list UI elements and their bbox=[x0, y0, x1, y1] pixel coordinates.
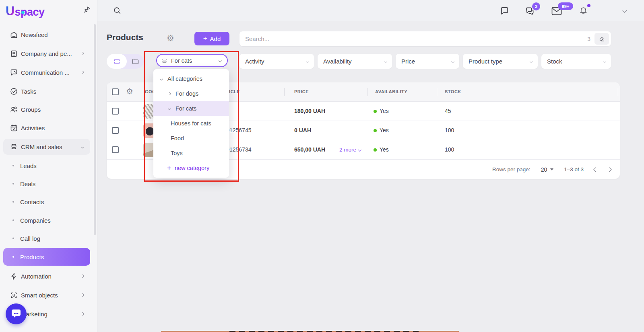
sidebar-item-label: Groups bbox=[21, 106, 41, 113]
stock-cell: 100 bbox=[445, 146, 454, 153]
chevron-down-icon bbox=[384, 59, 387, 63]
sidebar-item-contacts[interactable]: Contacts bbox=[0, 193, 97, 211]
availability-cell: Yes bbox=[380, 146, 389, 153]
menu-item-food[interactable]: Food bbox=[153, 131, 229, 146]
bullet-icon bbox=[12, 201, 14, 203]
filter-activity[interactable]: Activity bbox=[239, 54, 314, 69]
sidebar-item-label: Tasks bbox=[21, 88, 36, 95]
row-checkbox[interactable] bbox=[112, 108, 119, 115]
new-category-label: new category bbox=[175, 165, 209, 171]
filter-price[interactable]: Price bbox=[396, 54, 459, 69]
sidebar-item-leads[interactable]: Leads bbox=[0, 157, 97, 174]
pagination-range: 1–3 of 3 bbox=[564, 166, 584, 172]
menu-item-houses-for-cats[interactable]: Houses for cats bbox=[153, 116, 229, 131]
sidebar-item-call-log[interactable]: Call log bbox=[0, 230, 97, 247]
sidebar-item-automation[interactable]: Automation bbox=[0, 267, 97, 285]
select-all-checkbox[interactable] bbox=[112, 88, 119, 95]
table-settings-gear-icon[interactable]: ⚙ bbox=[126, 87, 133, 95]
sidebar-item-deals[interactable]: Deals bbox=[0, 175, 97, 193]
filter-stock[interactable]: Stock bbox=[541, 54, 611, 69]
menu-item-label: For cats bbox=[175, 105, 196, 112]
column-header-price[interactable]: PRICE bbox=[294, 89, 309, 94]
bullet-icon bbox=[12, 219, 14, 221]
chevron-down-icon bbox=[168, 107, 171, 110]
filter-product-type[interactable]: Product type bbox=[463, 54, 538, 69]
search-icon[interactable] bbox=[113, 6, 122, 16]
sidebar-subitem-label: Deals bbox=[20, 180, 35, 187]
plus-icon: + bbox=[167, 164, 171, 172]
chevron-down-icon bbox=[160, 77, 163, 80]
support-chat-launcher[interactable] bbox=[6, 303, 27, 324]
sidebar-item-smart-objects[interactable]: Smart objects bbox=[0, 286, 97, 304]
clear-filters-eraser-icon[interactable] bbox=[594, 33, 609, 45]
mail-badge: 99+ bbox=[558, 2, 573, 10]
page-title: Products bbox=[107, 33, 143, 42]
sidebar-item-products[interactable]: Products bbox=[0, 248, 97, 266]
column-header-availability[interactable]: AVAILABILITY bbox=[375, 89, 407, 94]
home-icon bbox=[10, 31, 18, 39]
sidebar-item-crm-and-sales[interactable]: CRM and sales bbox=[0, 138, 97, 156]
column-header-stock[interactable]: STOCK bbox=[445, 89, 461, 94]
logo[interactable]: U spacy bbox=[6, 4, 44, 18]
folder-view-button[interactable] bbox=[127, 54, 144, 69]
bell-icon[interactable] bbox=[579, 6, 588, 17]
sidebar-item-company[interactable]: Company and pe... bbox=[0, 45, 97, 62]
previous-page-icon[interactable] bbox=[593, 167, 598, 172]
messenger-badge: 3 bbox=[532, 2, 540, 10]
sidebar-item-activities[interactable]: Activities bbox=[0, 119, 97, 137]
sidebar-item-communication[interactable]: Communication ... bbox=[0, 64, 97, 81]
chevron-down-icon bbox=[451, 59, 454, 63]
pin-icon[interactable] bbox=[83, 6, 91, 15]
menu-item-label: Food bbox=[171, 135, 184, 141]
category-dropdown-button[interactable]: For cats bbox=[156, 54, 228, 67]
menu-item-for-cats[interactable]: For cats bbox=[153, 101, 229, 116]
sidebar: U spacy Newsfeed Company and pe... Commu… bbox=[0, 0, 97, 332]
category-selected-label: For cats bbox=[171, 57, 192, 64]
sidebar-scrollbar[interactable] bbox=[94, 24, 96, 235]
list-view-button[interactable] bbox=[107, 54, 127, 69]
add-button[interactable]: + Add bbox=[194, 32, 229, 45]
availability-cell: Yes bbox=[380, 108, 389, 114]
sidebar-subitem-label: Companies bbox=[20, 217, 51, 224]
notification-dot bbox=[587, 4, 590, 7]
rows-per-page-select[interactable]: 20 bbox=[541, 166, 554, 173]
sidebar-item-companies[interactable]: Companies bbox=[0, 211, 97, 229]
row-checkbox[interactable] bbox=[112, 146, 119, 153]
page-settings-gear-icon[interactable]: ⚙ bbox=[167, 34, 174, 42]
menu-item-for-dogs[interactable]: For dogs bbox=[153, 86, 229, 101]
stock-cell: 100 bbox=[445, 127, 454, 133]
sidebar-item-groups[interactable]: Groups bbox=[0, 100, 97, 118]
comment-icon[interactable] bbox=[500, 6, 509, 17]
search-input[interactable] bbox=[239, 35, 587, 42]
price-cell: 650,00 UAH bbox=[294, 146, 325, 153]
chevron-right-icon bbox=[168, 92, 171, 95]
sidebar-item-label: Newsfeed bbox=[21, 31, 48, 38]
sidebar-item-label: Company and pe... bbox=[21, 50, 72, 57]
availability-cell: Yes bbox=[380, 127, 389, 133]
building-icon bbox=[10, 49, 18, 58]
sidebar-item-newsfeed[interactable]: Newsfeed bbox=[0, 26, 97, 43]
add-button-label: Add bbox=[210, 35, 221, 42]
row-checkbox[interactable] bbox=[112, 127, 119, 134]
new-category-button[interactable]: + new category bbox=[153, 160, 229, 175]
next-page-icon[interactable] bbox=[607, 167, 611, 172]
category-dropdown-menu: All categories For dogs For cats Houses … bbox=[153, 69, 229, 178]
menu-item-all-categories[interactable]: All categories bbox=[153, 71, 229, 86]
filter-availability[interactable]: Availability bbox=[318, 54, 392, 69]
logo-u-glyph: U bbox=[6, 4, 14, 18]
chevron-down-icon bbox=[306, 59, 309, 63]
chat-phone-icon bbox=[10, 68, 18, 77]
chevron-right-icon bbox=[81, 275, 84, 278]
profile-chevron-down-icon[interactable] bbox=[622, 8, 627, 12]
check-circle-icon bbox=[10, 87, 18, 96]
plus-icon: + bbox=[203, 35, 207, 43]
chevron-right-icon bbox=[81, 52, 84, 55]
chevron-down-icon bbox=[219, 59, 222, 62]
menu-item-toys[interactable]: Toys bbox=[153, 146, 229, 160]
chevron-down-icon bbox=[530, 59, 533, 63]
bullet-icon bbox=[12, 238, 14, 239]
sidebar-item-tasks[interactable]: Tasks bbox=[0, 82, 97, 100]
logo-wordmark: spacy bbox=[14, 6, 44, 18]
price-cell: 0 UAH bbox=[294, 127, 311, 133]
more-prices-link[interactable]: 2 more bbox=[339, 147, 361, 153]
